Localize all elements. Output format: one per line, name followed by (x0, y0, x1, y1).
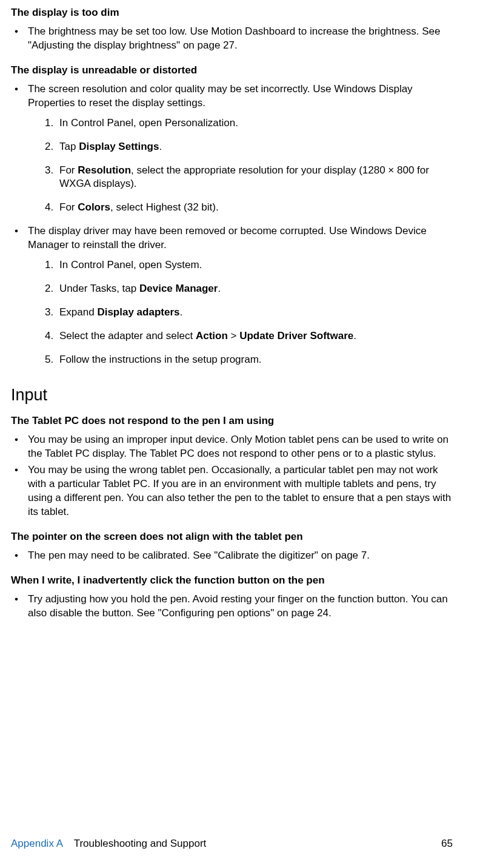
step-list: In Control Panel, open Personalization. … (45, 116, 453, 215)
topic-heading-unreadable: The display is unreadable or distorted (11, 64, 453, 78)
footer-title: Troubleshooting and Support (74, 838, 207, 849)
step-text: Under Tasks, tap (59, 283, 139, 294)
topic-heading-function-button: When I write, I inadvertently click the … (11, 574, 453, 588)
step-text: Expand (59, 306, 97, 318)
bullet-item: The screen resolution and color quality … (11, 82, 453, 215)
page-number: 65 (441, 837, 453, 851)
ui-term: Display adapters (97, 306, 179, 318)
footer-left: Appendix A Troubleshooting and Support (11, 837, 206, 851)
step-item: Under Tasks, tap Device Manager. (45, 282, 453, 296)
bullet-list: Try adjusting how you hold the pen. Avoi… (11, 593, 453, 621)
ui-term: Device Manager (139, 283, 218, 294)
step-item: Follow the instructions in the setup pro… (45, 353, 453, 367)
step-item: Tap Display Settings. (45, 140, 453, 154)
bullet-item: The pen may need to be calibrated. See "… (11, 549, 453, 563)
step-text: For (59, 201, 78, 213)
ui-term: Update Driver Software (239, 330, 353, 341)
step-item: For Colors, select Highest (32 bit). (45, 201, 453, 215)
appendix-link[interactable]: Appendix A (11, 838, 62, 849)
step-item: In Control Panel, open Personalization. (45, 116, 453, 130)
step-text: Tap (59, 141, 79, 152)
step-item: Expand Display adapters. (45, 306, 453, 320)
topic-heading-pointer-align: The pointer on the screen does not align… (11, 530, 453, 544)
bullet-item: The brightness may be set too low. Use M… (11, 25, 453, 53)
step-text: , select Highest (32 bit). (110, 201, 219, 213)
step-text: Select the adapter and select (59, 330, 196, 341)
bullet-list: You may be using an improper input devic… (11, 433, 453, 519)
bullet-item: Try adjusting how you hold the pen. Avoi… (11, 593, 453, 621)
step-text: . (159, 141, 162, 152)
ui-term: Display Settings (79, 141, 159, 152)
step-text: > (228, 330, 239, 341)
ui-term: Action (196, 330, 228, 341)
topic-heading-dim: The display is too dim (11, 6, 453, 20)
step-item: For Resolution, select the appropriate r… (45, 164, 453, 192)
topic-heading-pen-response: The Tablet PC does not respond to the pe… (11, 414, 453, 428)
ui-term: Colors (78, 201, 110, 213)
step-text: . (218, 283, 221, 294)
bullet-list: The brightness may be set too low. Use M… (11, 25, 453, 53)
ui-term: Resolution (78, 164, 131, 176)
bullet-list: The pen may need to be calibrated. See "… (11, 549, 453, 563)
bullet-list: The screen resolution and color quality … (11, 82, 453, 367)
bullet-text: The screen resolution and color quality … (28, 83, 413, 109)
step-text: For (59, 164, 78, 176)
bullet-item: You may be using an improper input devic… (11, 433, 453, 461)
step-text: . (353, 330, 356, 341)
step-text: . (179, 306, 182, 318)
bullet-text: The display driver may have been removed… (28, 225, 427, 251)
step-item: In Control Panel, open System. (45, 258, 453, 272)
page-footer: Appendix A Troubleshooting and Support 6… (11, 837, 453, 851)
bullet-item: The display driver may have been removed… (11, 224, 453, 367)
step-list: In Control Panel, open System. Under Tas… (45, 258, 453, 367)
step-item: Select the adapter and select Action > U… (45, 329, 453, 343)
section-heading-input: Input (11, 384, 453, 406)
bullet-item: You may be using the wrong tablet pen. O… (11, 463, 453, 519)
